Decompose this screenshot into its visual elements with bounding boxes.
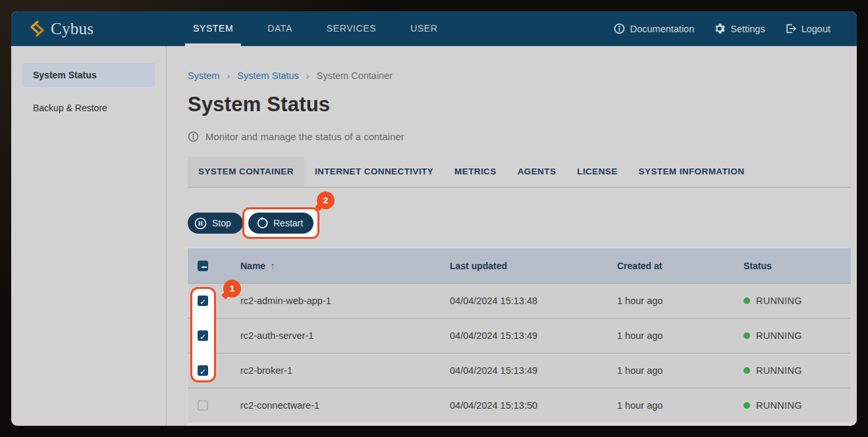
logo-text: Cybus bbox=[51, 20, 94, 38]
settings-label: Settings bbox=[730, 24, 765, 34]
breadcrumb-link-system-status[interactable]: System Status bbox=[237, 70, 298, 81]
column-header-name[interactable]: Name ↑ bbox=[240, 260, 450, 271]
status-cell: RUNNING bbox=[744, 400, 851, 411]
table-body: rc2-admin-web-app-1 04/04/2024 15:13:48 … bbox=[188, 283, 851, 423]
gear-icon bbox=[714, 23, 725, 34]
tab[interactable]: METRICS bbox=[444, 157, 507, 187]
row-checkbox-cell bbox=[188, 400, 240, 411]
row-checkbox[interactable] bbox=[198, 330, 208, 341]
row-checkbox-cell bbox=[188, 330, 240, 341]
table-row[interactable]: rc2-admin-web-app-1 04/04/2024 15:13:48 … bbox=[188, 283, 851, 318]
created-at-value: 1 hour ago bbox=[617, 365, 744, 376]
last-updated-value: 04/04/2024 15:13:50 bbox=[450, 400, 617, 411]
status-dot-icon bbox=[744, 367, 750, 374]
info-circle-icon bbox=[188, 131, 199, 142]
primary-nav: SYSTEM DATA SERVICES USER bbox=[185, 11, 446, 46]
guide-step-1-badge: 1 bbox=[223, 280, 241, 297]
app-window: Cybus SYSTEM DATA SERVICES USER Document… bbox=[11, 11, 857, 426]
sort-ascending-icon: ↑ bbox=[270, 260, 275, 271]
stop-button[interactable]: Stop bbox=[188, 213, 243, 234]
info-circle-icon bbox=[614, 23, 625, 34]
logout-button[interactable]: Logout bbox=[785, 23, 830, 34]
restart-label: Restart bbox=[273, 218, 303, 228]
select-all-cell bbox=[188, 261, 240, 271]
status-dot-icon bbox=[744, 332, 750, 339]
tab[interactable]: INTERNET CONNECTIVITY bbox=[304, 157, 444, 187]
status-dot-icon bbox=[744, 297, 750, 304]
status-label: RUNNING bbox=[756, 296, 802, 306]
status-dot-icon bbox=[744, 402, 750, 409]
restart-icon bbox=[256, 217, 268, 229]
table-row[interactable]: rc2-auth-server-1 04/04/2024 15:13:49 1 … bbox=[188, 318, 851, 353]
breadcrumb-separator: › bbox=[306, 70, 310, 81]
status-cell: RUNNING bbox=[744, 296, 851, 306]
container-toolbar: Stop Restart 2 bbox=[188, 188, 851, 248]
cybus-logo-icon bbox=[30, 20, 45, 38]
main-content: System › System Status › System Containe… bbox=[167, 46, 857, 426]
last-updated-value: 04/04/2024 15:13:49 bbox=[450, 330, 617, 341]
column-header-created-at[interactable]: Created at bbox=[617, 261, 744, 271]
sidebar-item[interactable]: Backup & Restore bbox=[22, 96, 155, 120]
guide-step-2-badge: 2 bbox=[317, 192, 335, 209]
container-name: rc2-broker-1 bbox=[240, 365, 450, 376]
documentation-label: Documentation bbox=[630, 24, 695, 34]
sidebar-item[interactable]: System Status bbox=[22, 63, 155, 87]
logout-icon bbox=[785, 23, 796, 34]
row-checkbox-cell bbox=[188, 365, 240, 376]
table-row[interactable]: rc2-connectware-1 04/04/2024 15:13:50 1 … bbox=[188, 388, 851, 423]
status-cell: RUNNING bbox=[744, 330, 851, 341]
breadcrumb-separator: › bbox=[227, 70, 230, 81]
table-header-row: Name ↑ Last updated Created at Status bbox=[188, 248, 851, 283]
tab[interactable]: SYSTEM INFORMATION bbox=[628, 157, 755, 187]
nav-item[interactable]: DATA bbox=[259, 11, 300, 46]
top-navigation-bar: Cybus SYSTEM DATA SERVICES USER Document… bbox=[11, 11, 857, 46]
documentation-button[interactable]: Documentation bbox=[614, 23, 695, 34]
container-name: rc2-admin-web-app-1 bbox=[240, 296, 450, 306]
status-label: RUNNING bbox=[756, 365, 802, 376]
cybus-logo: Cybus bbox=[30, 11, 94, 46]
last-updated-value: 04/04/2024 15:13:49 bbox=[450, 365, 617, 376]
column-header-last-updated[interactable]: Last updated bbox=[450, 261, 617, 271]
pause-icon bbox=[194, 217, 207, 230]
container-name: rc2-auth-server-1 bbox=[240, 330, 450, 341]
subtitle-text: Monitor and manage the status of a conta… bbox=[205, 131, 404, 142]
container-name: rc2-connectware-1 bbox=[240, 400, 450, 411]
column-header-status[interactable]: Status bbox=[744, 261, 851, 271]
status-label: RUNNING bbox=[756, 330, 802, 341]
select-all-checkbox[interactable] bbox=[198, 261, 208, 271]
nav-item[interactable]: SYSTEM bbox=[185, 11, 241, 46]
row-checkbox[interactable] bbox=[198, 296, 208, 306]
page-subtitle: Monitor and manage the status of a conta… bbox=[188, 131, 851, 142]
row-checkbox[interactable] bbox=[198, 400, 208, 411]
tab[interactable]: AGENTS bbox=[507, 157, 567, 187]
app-body: System Status Backup & Restore System › … bbox=[11, 46, 857, 426]
status-cell: RUNNING bbox=[744, 365, 851, 376]
breadcrumb-link-system[interactable]: System bbox=[188, 70, 219, 81]
sidebar: System Status Backup & Restore bbox=[11, 46, 167, 426]
logout-label: Logout bbox=[801, 24, 830, 34]
container-table: Name ↑ Last updated Created at Status bbox=[188, 248, 851, 426]
name-header-label: Name bbox=[240, 261, 265, 271]
tab[interactable]: SYSTEM CONTAINER bbox=[188, 157, 304, 187]
nav-item[interactable]: USER bbox=[402, 11, 445, 46]
created-at-value: 1 hour ago bbox=[617, 330, 744, 341]
row-checkbox[interactable] bbox=[198, 365, 208, 376]
page-title: System Status bbox=[188, 93, 851, 116]
table-row[interactable]: rc2-broker-1 04/04/2024 15:13:49 1 hour … bbox=[188, 353, 851, 388]
tab[interactable]: LICENSE bbox=[566, 157, 628, 187]
breadcrumb-current: System Container bbox=[317, 70, 393, 81]
topbar-actions: Documentation Settings Logout bbox=[614, 11, 830, 46]
last-updated-value: 04/04/2024 15:13:48 bbox=[450, 296, 617, 306]
created-at-value: 1 hour ago bbox=[617, 296, 744, 306]
settings-button[interactable]: Settings bbox=[714, 23, 765, 34]
created-at-value: 1 hour ago bbox=[617, 400, 744, 411]
nav-item[interactable]: SERVICES bbox=[319, 11, 384, 46]
stop-label: Stop bbox=[212, 218, 231, 228]
guide-highlight-restart: Restart 2 bbox=[242, 207, 319, 239]
restart-button[interactable]: Restart bbox=[248, 213, 313, 234]
status-label: RUNNING bbox=[756, 400, 802, 411]
breadcrumb: System › System Status › System Containe… bbox=[188, 70, 851, 81]
section-tabs: SYSTEM CONTAINER INTERNET CONNECTIVITY M… bbox=[188, 157, 851, 188]
